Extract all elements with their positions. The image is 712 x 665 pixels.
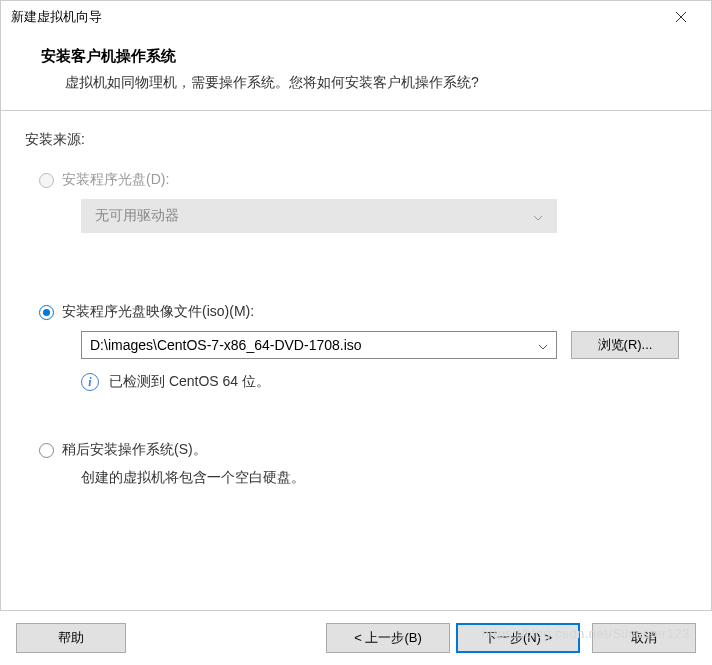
detected-os-text: 已检测到 CentOS 64 位。 (109, 373, 270, 391)
cancel-button[interactable]: 取消 (592, 623, 696, 653)
close-button[interactable] (663, 3, 699, 31)
iso-path-text: D:\images\CentOS-7-x86_64-DVD-1708.iso (90, 337, 362, 353)
radio-disc-label: 安装程序光盘(D): (62, 171, 169, 189)
radio-later-label[interactable]: 稍后安装操作系统(S)。 (62, 441, 207, 459)
option-disc-group: 安装程序光盘(D): 无可用驱动器 (39, 171, 687, 233)
wizard-footer: 帮助 < 上一步(B) 下一步(N) > 取消 (0, 610, 712, 665)
chevron-down-icon[interactable] (538, 337, 548, 353)
radio-later[interactable] (39, 443, 54, 458)
iso-path-combo[interactable]: D:\images\CentOS-7-x86_64-DVD-1708.iso (81, 331, 557, 359)
help-button[interactable]: 帮助 (16, 623, 126, 653)
later-desc-text: 创建的虚拟机将包含一个空白硬盘。 (81, 469, 687, 487)
window-title: 新建虚拟机向导 (11, 8, 102, 26)
page-subtitle: 虚拟机如同物理机，需要操作系统。您将如何安装客户机操作系统? (41, 74, 681, 92)
radio-iso[interactable] (39, 305, 54, 320)
info-icon: i (81, 373, 99, 391)
titlebar: 新建虚拟机向导 (1, 1, 711, 33)
next-button[interactable]: 下一步(N) > (456, 623, 580, 653)
radio-iso-label[interactable]: 安装程序光盘映像文件(iso)(M): (62, 303, 254, 321)
install-source-label: 安装来源: (25, 131, 687, 149)
drive-combo-text: 无可用驱动器 (95, 207, 179, 225)
back-button[interactable]: < 上一步(B) (326, 623, 450, 653)
option-later-group: 稍后安装操作系统(S)。 创建的虚拟机将包含一个空白硬盘。 (39, 441, 687, 487)
content-area: 安装来源: 安装程序光盘(D): 无可用驱动器 安装程序光盘映像文件(iso)(… (1, 111, 711, 497)
drive-combo-disabled: 无可用驱动器 (81, 199, 557, 233)
radio-disc (39, 173, 54, 188)
page-title: 安装客户机操作系统 (41, 47, 681, 66)
close-icon (675, 11, 687, 23)
chevron-down-icon (533, 208, 543, 224)
wizard-header: 安装客户机操作系统 虚拟机如同物理机，需要操作系统。您将如何安装客户机操作系统? (1, 33, 711, 110)
browse-button[interactable]: 浏览(R)... (571, 331, 679, 359)
option-iso-group: 安装程序光盘映像文件(iso)(M): D:\images\CentOS-7-x… (39, 303, 687, 391)
